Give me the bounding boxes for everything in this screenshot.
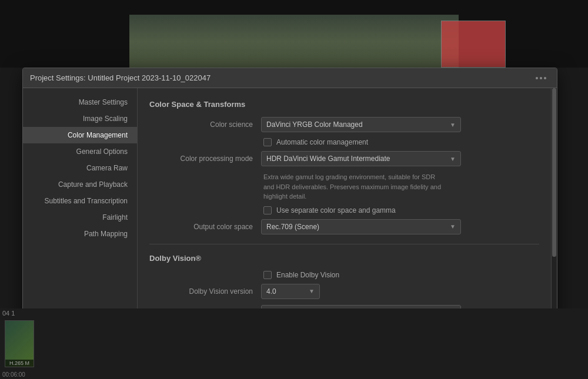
output-color-value: Rec.709 (Scene)	[266, 223, 319, 231]
dolby-version-dropdown[interactable]: 4.0 ▼	[261, 284, 320, 299]
auto-color-label: Automatic color management	[276, 138, 368, 146]
enable-dolby-checkbox[interactable]	[263, 271, 272, 279]
filmstrip-area: 04 1 H.265 M 00:06:00	[0, 308, 588, 379]
sidebar-item-image-scaling[interactable]: Image Scaling	[23, 110, 137, 127]
sidebar-item-master-settings[interactable]: Master Settings	[23, 94, 137, 110]
auto-color-row: Automatic color management	[149, 138, 539, 146]
section-divider-1	[149, 244, 539, 244]
sidebar-item-fairlight[interactable]: Fairlight	[23, 209, 137, 226]
scrollbar-thumb[interactable]	[552, 88, 556, 257]
sidebar-item-color-management[interactable]: Color Management	[23, 127, 137, 143]
separate-color-row: Use separate color space and gamma	[149, 206, 539, 214]
color-processing-control: HDR DaVinci Wide Gamut Intermediate ▼	[261, 151, 539, 166]
dolby-version-row: Dolby Vision version 4.0 ▼	[149, 284, 539, 299]
top-video-band	[0, 0, 588, 68]
time-bottom-label: 00:06:00	[2, 371, 25, 378]
menu-dot-2	[540, 77, 542, 79]
color-processing-row: Color processing mode HDR DaVinci Wide G…	[149, 151, 539, 166]
dialog-menu-button[interactable]	[532, 76, 550, 81]
sidebar-item-capture-playback[interactable]: Capture and Playback	[23, 176, 137, 193]
sidebar-item-camera-raw[interactable]: Camera Raw	[23, 160, 137, 176]
video-preview-right	[441, 21, 506, 68]
dolby-version-label: Dolby Vision version	[149, 287, 261, 296]
dolby-section-header: Dolby Vision®	[149, 254, 539, 263]
dolby-version-control: 4.0 ▼	[261, 284, 539, 299]
dolby-version-arrow: ▼	[309, 288, 315, 294]
enable-dolby-row: Enable Dolby Vision	[149, 271, 539, 279]
color-processing-dropdown[interactable]: HDR DaVinci Wide Gamut Intermediate ▼	[261, 151, 461, 166]
color-science-control: DaVinci YRGB Color Managed ▼	[261, 117, 539, 132]
dialog-titlebar: Project Settings: Untitled Project 2023-…	[23, 68, 557, 88]
video-preview-center	[129, 15, 459, 68]
color-science-value: DaVinci YRGB Color Managed	[266, 120, 363, 129]
output-color-control: Rec.709 (Scene) ▼	[261, 219, 539, 234]
timecode-label: 04 1	[0, 308, 17, 318]
separate-color-checkbox[interactable]	[263, 206, 272, 214]
film-thumb-label: H.265 M	[5, 360, 34, 367]
color-processing-arrow: ▼	[450, 156, 456, 162]
output-color-label: Output color space	[149, 223, 261, 231]
separate-color-label: Use separate color space and gamma	[276, 206, 396, 214]
sidebar-item-subtitles-transcription[interactable]: Subtitles and Transcription	[23, 193, 137, 209]
output-color-arrow: ▼	[450, 223, 456, 230]
sidebar-item-general-options[interactable]: General Options	[23, 143, 137, 160]
menu-dot-3	[544, 77, 546, 79]
color-processing-value: HDR DaVinci Wide Gamut Intermediate	[266, 155, 390, 163]
menu-dot-1	[536, 77, 538, 79]
color-science-arrow: ▼	[450, 122, 456, 128]
color-science-dropdown[interactable]: DaVinci YRGB Color Managed ▼	[261, 117, 461, 132]
dialog-title: Project Settings: Untitled Project 2023-…	[30, 73, 211, 82]
color-space-section-header: Color Space & Transforms	[149, 100, 539, 109]
film-thumbnail[interactable]: H.265 M	[5, 320, 34, 367]
color-science-row: Color science DaVinci YRGB Color Managed…	[149, 117, 539, 132]
color-science-label: Color science	[149, 120, 261, 129]
auto-color-checkbox[interactable]	[263, 138, 272, 146]
color-processing-description: Extra wide gamut log grading environment…	[149, 172, 443, 202]
dolby-version-value: 4.0	[266, 287, 276, 296]
output-color-dropdown[interactable]: Rec.709 (Scene) ▼	[261, 219, 461, 234]
color-processing-label: Color processing mode	[149, 155, 261, 163]
enable-dolby-label: Enable Dolby Vision	[276, 271, 339, 279]
output-color-row: Output color space Rec.709 (Scene) ▼	[149, 219, 539, 234]
sidebar-item-path-mapping[interactable]: Path Mapping	[23, 226, 137, 242]
